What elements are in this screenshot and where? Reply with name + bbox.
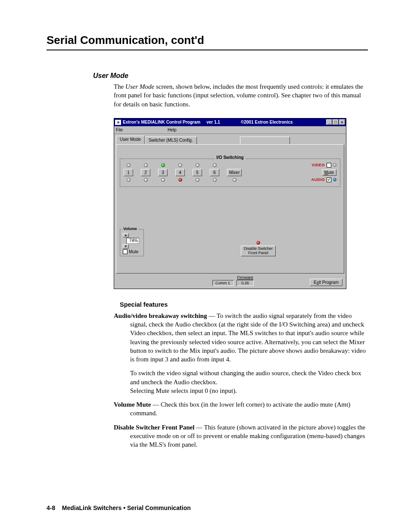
app-icon: ⊞ (115, 120, 121, 125)
app-copyright: ©2001 Extron Electronics (241, 120, 293, 124)
maximize-button[interactable]: □ (333, 119, 339, 125)
video-led-3 (161, 163, 165, 167)
tab-blank-right (240, 137, 290, 144)
volume-value[interactable]: 74% (126, 238, 139, 244)
app-footer: Comm 1 Firmware 0.26 Exit Program (114, 274, 346, 289)
tab-switcher-config[interactable]: Switcher (MLS) Config. (145, 137, 197, 144)
io-switching-legend: I/O Switching (215, 155, 245, 160)
menubar: File Help (114, 126, 346, 134)
input-button-2[interactable]: 2 (141, 169, 150, 176)
video-checkbox-led (333, 163, 336, 167)
input-button-3[interactable]: 3 (158, 169, 168, 176)
feature-title-1: Volume Mute (114, 401, 151, 408)
audio-label: AUDIO (311, 177, 325, 182)
input-button-6[interactable]: 6 (210, 169, 219, 176)
io-right-panel: VIDEO Mute AUDIO (311, 163, 337, 182)
titlebar: ⊞ Extron's MEDIALINK Control Program ver… (114, 118, 346, 126)
audio-led-2 (144, 178, 148, 182)
app-window: ⊞ Extron's MEDIALINK Control Program ver… (114, 118, 346, 289)
audio-led-mixer (233, 178, 237, 182)
feature-body-1: — Check this box (in the lower left corn… (130, 401, 350, 417)
embedded-screenshot: ⊞ Extron's MEDIALINK Control Program ver… (114, 118, 368, 289)
volume-group: Volume ▲ 74% ▼ Mute (120, 229, 144, 256)
intro-paragraph: The User Mode screen, shown below, inclu… (114, 82, 368, 109)
tabstrip: User Mode Switcher (MLS) Config. (114, 134, 346, 144)
section-heading-user-mode: User Mode (93, 72, 368, 80)
exit-program-button[interactable]: Exit Program (310, 279, 342, 286)
disable-switcher-group: Disable Switcher Front Panel (241, 241, 276, 256)
volume-up-button[interactable]: ▲ (123, 233, 129, 237)
feature-title-0: Audio/video breakaway switching (114, 312, 207, 319)
input-button-5[interactable]: 5 (193, 169, 202, 176)
page-title: Serial Communication, cont'd (47, 34, 368, 50)
volume-legend: Volume (122, 227, 138, 231)
video-led-6 (213, 163, 217, 167)
audio-checkbox-led (333, 178, 336, 181)
audio-led-4 (178, 178, 182, 182)
audio-led-1 (127, 178, 131, 182)
feature-volume-mute: Volume Mute — Check this box (in the low… (114, 400, 368, 418)
comm-status: Comm 1 (212, 280, 234, 286)
disable-line1: Disable Switcher (244, 246, 273, 251)
special-features-heading: Special features (120, 301, 368, 308)
io-mute-label-rest: ute (328, 170, 334, 175)
volume-mute-label: Mute (129, 249, 138, 254)
feature-av-breakaway: Audio/video breakaway switching — To swi… (114, 311, 368, 364)
app-title: Extron's MEDIALINK Control Program (123, 120, 200, 124)
feature-disable-panel: Disable Switcher Front Panel — This feat… (114, 423, 368, 449)
feature-body-0: — To switch the audio signal separately … (130, 312, 366, 363)
volume-mute-checkbox[interactable] (123, 249, 128, 254)
tab-content: I/O Switching 1 2 (116, 144, 344, 274)
video-led-5 (196, 163, 199, 167)
page-footer: 4-8 MediaLink Switchers • Serial Communi… (47, 504, 191, 511)
input-button-4[interactable]: 4 (175, 169, 185, 176)
exit-post: it Program (319, 280, 339, 285)
menu-help[interactable]: Help (168, 128, 177, 132)
feature-sub-0: To switch the video signal without chang… (130, 369, 368, 395)
input-button-1[interactable]: 1 (124, 169, 133, 176)
audio-led-3 (161, 178, 165, 182)
volume-down-button[interactable]: ▼ (123, 244, 129, 249)
feature-title-2: Disable Switcher Front Panel (114, 424, 194, 431)
app-version: ver 1.1 (206, 120, 220, 124)
firmware-value: 0.26 (237, 280, 254, 286)
disable-switcher-led (256, 241, 260, 245)
io-columns: 1 2 3 (124, 163, 242, 182)
footer-text: MediaLink Switchers • Serial Communicati… (62, 504, 191, 511)
video-led-1 (127, 163, 131, 167)
menu-file[interactable]: File (116, 128, 168, 132)
video-led-2 (144, 163, 148, 167)
video-label: VIDEO (311, 163, 325, 167)
disable-line2: Front Panel (248, 251, 268, 255)
page-number: 4-8 (47, 504, 55, 511)
io-switching-group: I/O Switching 1 2 (120, 159, 340, 187)
intro-pre: The (114, 83, 125, 90)
audio-led-6 (213, 178, 217, 182)
intro-em: User Mode (125, 83, 154, 90)
tab-user-mode[interactable]: User Mode (116, 136, 145, 144)
video-checkbox[interactable] (327, 163, 331, 168)
firmware-label: Firmware (237, 275, 253, 280)
disable-switcher-button[interactable]: Disable Switcher Front Panel (241, 246, 276, 256)
close-button[interactable]: × (339, 119, 345, 125)
minimize-button[interactable]: _ (326, 119, 332, 125)
io-mute-button[interactable]: Mute (322, 169, 336, 176)
audio-led-5 (196, 178, 199, 182)
audio-checkbox[interactable] (327, 177, 331, 182)
mixer-button[interactable]: Mixer (227, 169, 242, 176)
video-led-4 (178, 163, 182, 167)
exit-pre: E (314, 280, 317, 285)
